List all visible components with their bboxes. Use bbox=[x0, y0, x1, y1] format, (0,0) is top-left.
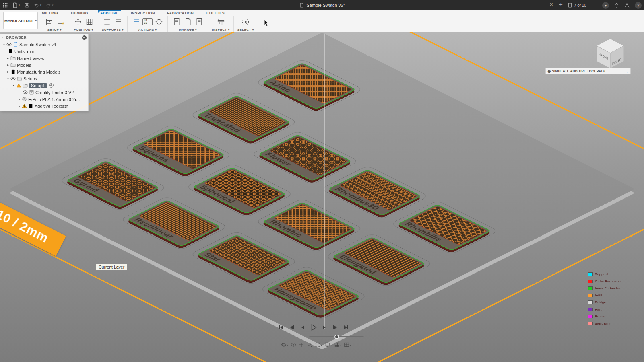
expand-caret[interactable]: ▾ bbox=[6, 77, 10, 80]
group-label-position[interactable]: POSITION ▾ bbox=[74, 28, 93, 31]
fit-view-button[interactable]: ▾ bbox=[315, 342, 322, 348]
look-at-button[interactable] bbox=[291, 342, 296, 348]
help-icon[interactable]: ? bbox=[635, 2, 642, 9]
group-label-select[interactable]: SELECT ▾ bbox=[237, 28, 254, 31]
task-manager-icon bbox=[195, 18, 203, 26]
tab-counter[interactable]: 7 of 10 bbox=[568, 0, 586, 10]
next-operation-button[interactable] bbox=[331, 323, 339, 332]
tab-turning[interactable]: TURNING bbox=[70, 11, 89, 16]
save-button[interactable] bbox=[24, 2, 30, 8]
save-icon bbox=[24, 2, 30, 8]
tab-inspection[interactable]: INSPECTION bbox=[130, 11, 156, 16]
document-tab[interactable]: Sample Swatch v5* bbox=[299, 0, 345, 10]
simulate-additive-toolpath-panel[interactable]: ⊕ SIMULATE ADDITIVE TOOLPATH → bbox=[545, 68, 631, 74]
new-tab-button[interactable]: + bbox=[559, 1, 563, 8]
eye-icon[interactable] bbox=[6, 42, 12, 47]
auto-supports-button[interactable] bbox=[102, 16, 112, 27]
pan-button[interactable] bbox=[299, 342, 304, 348]
tree-item-setup1[interactable]: ▾ Setup1 bbox=[0, 82, 88, 89]
simulation-timeline-slider[interactable] bbox=[309, 336, 364, 337]
tree-item-named-views[interactable]: ▸ Named Views bbox=[0, 55, 88, 62]
expand-caret[interactable]: ▸ bbox=[17, 97, 22, 101]
arrange-button[interactable] bbox=[84, 16, 94, 27]
eye-icon[interactable] bbox=[23, 90, 28, 95]
tree-item-manufacturing-models[interactable]: ▸ Manufacturing Models bbox=[0, 68, 88, 75]
step-back-button[interactable] bbox=[299, 323, 307, 332]
task-manager-button[interactable] bbox=[194, 16, 204, 27]
legend-color-raft bbox=[588, 308, 593, 311]
panel-expand-icon[interactable]: → bbox=[625, 69, 629, 74]
tab-fabrication[interactable]: FABRICATION bbox=[166, 11, 194, 16]
legend-color-infill bbox=[588, 294, 593, 297]
tab-additive[interactable]: ADDITIVE bbox=[99, 11, 120, 16]
grid-settings-button[interactable]: ▾ bbox=[334, 342, 341, 348]
eye-icon[interactable] bbox=[10, 76, 16, 81]
tree-item-units[interactable]: Units: mm bbox=[0, 48, 88, 55]
job-status-icon[interactable]: ● bbox=[602, 2, 609, 9]
group-inspect: INSPECT ▾ bbox=[208, 16, 233, 31]
new-folder-setup-button[interactable] bbox=[55, 16, 65, 27]
simulate-button[interactable] bbox=[154, 16, 164, 27]
go-to-start-button[interactable] bbox=[277, 323, 285, 332]
user-avatar[interactable] bbox=[624, 2, 630, 8]
close-tab-button[interactable]: ✕ bbox=[549, 2, 553, 7]
display-settings-button[interactable]: ▾ bbox=[324, 342, 332, 348]
simulation-legend: Support Outer Perimeter Inner Perimeter … bbox=[588, 271, 621, 327]
folder-icon bbox=[17, 76, 22, 81]
collapse-panel-icon[interactable]: « bbox=[2, 35, 4, 39]
step-forward-button[interactable] bbox=[320, 323, 328, 332]
filament-spool-icon bbox=[22, 97, 27, 102]
file-menu-button[interactable]: ▾ bbox=[12, 2, 20, 8]
group-label-manage[interactable]: MANAGE ▾ bbox=[179, 28, 197, 31]
zoom-button[interactable] bbox=[307, 342, 312, 348]
undo-button[interactable]: ▾ bbox=[34, 2, 42, 8]
tree-item-models[interactable]: ▸ Models bbox=[0, 62, 88, 68]
print-settings-icon bbox=[184, 18, 192, 26]
browser-filter-icon[interactable]: − bbox=[82, 35, 87, 40]
previous-operation-button[interactable] bbox=[288, 323, 296, 332]
group-setup: SETUP ▾ bbox=[40, 16, 69, 31]
tree-item-machine[interactable]: Creality Ender 3 V2 bbox=[0, 89, 88, 96]
tree-item-setups[interactable]: ▾ Setups bbox=[0, 75, 88, 82]
viewport-layout-button[interactable]: ▾ bbox=[344, 342, 351, 348]
group-label-supports[interactable]: SUPPORTS ▾ bbox=[102, 28, 124, 31]
go-to-end-button[interactable] bbox=[342, 323, 350, 332]
edit-supports-button[interactable] bbox=[114, 16, 124, 27]
generate-toolpath-button[interactable] bbox=[131, 16, 141, 27]
document-icon bbox=[299, 3, 304, 8]
expand-caret[interactable]: ▾ bbox=[2, 43, 6, 46]
new-setup-button[interactable] bbox=[44, 16, 54, 27]
move-components-button[interactable] bbox=[73, 16, 83, 27]
orbit-button[interactable]: ▾ bbox=[281, 342, 288, 348]
machine-library-button[interactable] bbox=[171, 16, 182, 27]
active-setup-radio-icon[interactable] bbox=[49, 83, 54, 88]
expand-caret[interactable]: ▸ bbox=[17, 104, 22, 108]
expand-caret[interactable]: ▸ bbox=[6, 70, 10, 74]
expand-caret[interactable]: ▸ bbox=[6, 63, 10, 67]
expand-caret[interactable]: ▾ bbox=[11, 84, 16, 87]
group-label-inspect[interactable]: INSPECT ▾ bbox=[212, 28, 230, 31]
view-cube[interactable]: FRONT RIGHT bbox=[593, 36, 627, 70]
tree-item-document[interactable]: ▾ Sample Swatch v4 bbox=[0, 41, 88, 48]
tree-item-additive-toolpath[interactable]: ▸ Additive Toolpath bbox=[0, 103, 88, 109]
tab-utilities[interactable]: UTILITIES bbox=[205, 11, 225, 16]
tab-milling[interactable]: MILLING bbox=[41, 11, 59, 16]
select-button[interactable] bbox=[241, 16, 251, 27]
view-navigation-bar: ▾ ▾ ▾ ▾ ▾ bbox=[281, 342, 351, 348]
measure-button[interactable] bbox=[216, 16, 226, 27]
notifications-bell-icon[interactable] bbox=[614, 2, 619, 8]
expand-caret[interactable]: ▸ bbox=[6, 56, 10, 60]
tree-item-material[interactable]: ▸ HiPi.io PLA 1.75mm 0.2r... bbox=[0, 96, 88, 103]
group-label-actions[interactable]: ACTIONS ▾ bbox=[138, 28, 157, 31]
play-button[interactable] bbox=[310, 323, 318, 332]
print-settings-button[interactable] bbox=[183, 16, 193, 27]
workspace-selector[interactable]: MANUFACTURE ▾ bbox=[3, 12, 38, 29]
simulation-playback-controls bbox=[277, 323, 350, 332]
timeline-handle[interactable] bbox=[334, 335, 339, 339]
post-process-button[interactable]: G1 G2 bbox=[142, 16, 153, 27]
move-arrows-icon bbox=[74, 18, 82, 26]
redo-button[interactable]: ▾ bbox=[45, 2, 54, 8]
app-grid-button[interactable] bbox=[2, 2, 8, 8]
group-label-setup[interactable]: SETUP ▾ bbox=[47, 28, 62, 31]
viewport-canvas[interactable]: Aztec Truncated Squares Gyroid Flower Sp… bbox=[0, 32, 644, 362]
